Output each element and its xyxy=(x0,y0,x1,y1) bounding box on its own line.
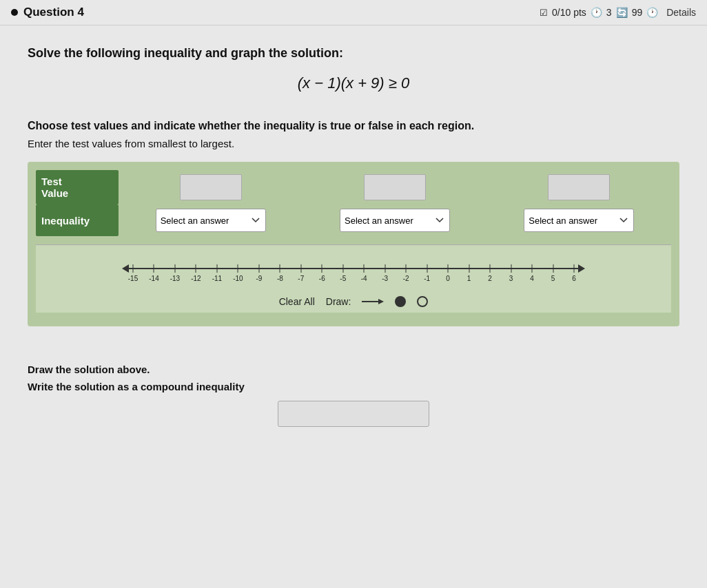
number-line[interactable]: -15-14-13-12-11-10-9-8-7-6-5-4-3-2-10123… xyxy=(119,255,588,282)
clock-icon: 🕐 xyxy=(591,7,602,18)
sync-count: 99 xyxy=(632,7,643,18)
test-value-row: TestValue xyxy=(36,170,671,204)
test-value-input-2[interactable] xyxy=(364,174,426,200)
instructions: Choose test values and indicate whether … xyxy=(28,120,679,132)
pts-text: 0/10 pts xyxy=(552,7,586,18)
test-value-input-1[interactable] xyxy=(180,174,242,200)
equation: (x − 1)(x + 9) ≥ 0 xyxy=(28,74,679,92)
input-cell-2 xyxy=(303,170,486,204)
select-cell-1: Select an answer True False xyxy=(119,204,303,236)
svg-marker-1 xyxy=(378,299,384,304)
question-label: Question 4 xyxy=(11,6,84,19)
test-value-header: TestValue xyxy=(36,170,119,204)
test-table: TestValue Inequality xyxy=(36,170,671,236)
draw-arrow-button[interactable] xyxy=(362,296,384,307)
details-link[interactable]: Details xyxy=(666,7,696,18)
compound-inequality-input[interactable] xyxy=(278,401,429,427)
bottom-section: Draw the solution above. Write the solut… xyxy=(0,364,707,427)
problem-title: Solve the following inequality and graph… xyxy=(28,46,679,61)
number-line-area: -15-14-13-12-11-10-9-8-7-6-5-4-3-2-10123… xyxy=(36,244,671,313)
select-cell-3: Select an answer True False xyxy=(487,204,671,236)
input-cell-1 xyxy=(119,170,303,204)
sync-icon: 🔄 xyxy=(616,7,628,18)
clear-draw-row: Clear All Draw: xyxy=(43,296,664,307)
inequality-row: Inequality Select an answer True False S… xyxy=(36,204,671,236)
write-solution-text: Write the solution as a compound inequal… xyxy=(28,381,679,392)
draw-solution-text: Draw the solution above. xyxy=(28,364,679,375)
draw-label: Draw: xyxy=(326,296,351,307)
question-dot xyxy=(11,9,18,16)
question-title: Question 4 xyxy=(23,6,84,19)
empty-circle-button[interactable] xyxy=(417,296,428,307)
answer-select-1[interactable]: Select an answer True False xyxy=(156,209,266,232)
answer-select-3[interactable]: Select an answer True False xyxy=(524,209,634,232)
select-cell-2: Select an answer True False xyxy=(303,204,486,236)
number-line-wrapper: -15-14-13-12-11-10-9-8-7-6-5-4-3-2-10123… xyxy=(43,255,664,282)
header-right: ☑ 0/10 pts 🕐 3 🔄 99 🕐 Details xyxy=(540,7,696,18)
test-value-input-3[interactable] xyxy=(548,174,610,200)
input-cell-3 xyxy=(487,170,671,204)
checkbox-icon: ☑ xyxy=(540,8,548,18)
info-icon: 🕐 xyxy=(646,7,658,18)
pts-box: ☑ 0/10 pts 🕐 3 🔄 99 🕐 xyxy=(540,7,658,18)
header-bar: Question 4 ☑ 0/10 pts 🕐 3 🔄 99 🕐 Details xyxy=(0,0,707,25)
retries-count: 3 xyxy=(606,7,612,18)
answer-select-2[interactable]: Select an answer True False xyxy=(340,209,450,232)
arrow-icon xyxy=(362,296,384,307)
inequality-header: Inequality xyxy=(36,204,119,236)
filled-circle-button[interactable] xyxy=(395,296,406,307)
clear-all-button[interactable]: Clear All xyxy=(279,296,315,307)
compound-input-wrapper xyxy=(28,401,679,427)
table-container: TestValue Inequality xyxy=(28,162,679,326)
main-content: Solve the following inequality and graph… xyxy=(0,25,707,358)
page-container: Question 4 ☑ 0/10 pts 🕐 3 🔄 99 🕐 Details… xyxy=(0,0,707,588)
sub-instructions: Enter the test values from smallest to l… xyxy=(28,138,679,149)
